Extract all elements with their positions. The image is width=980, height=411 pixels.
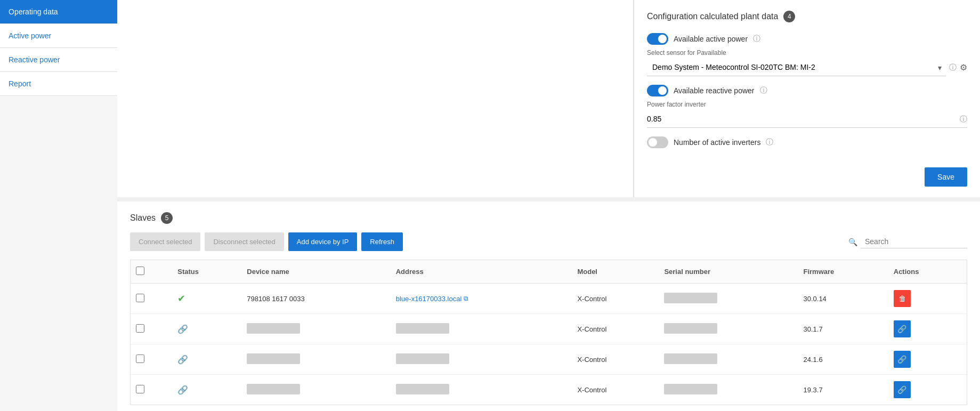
available-reactive-power-toggle[interactable] — [647, 85, 668, 96]
available-active-power-row: Available active power ⓘ Select sensor f… — [647, 33, 967, 76]
slaves-badge: 5 — [161, 212, 173, 224]
slaves-title: Slaves — [130, 213, 156, 223]
firmware-cell: 30.0.14 — [798, 284, 888, 314]
actions-cell: 🔗 — [888, 344, 967, 375]
col-serial-number: Serial number — [659, 260, 798, 284]
sensor-select[interactable]: Demo System - Meteocontrol SI-020TC BM: … — [647, 59, 946, 76]
table-header: Status Device name Address Model Serial … — [131, 260, 967, 284]
col-checkbox — [131, 260, 172, 284]
disconnect-selected-button[interactable]: Disconnect selected — [205, 232, 284, 251]
col-address: Address — [391, 260, 572, 284]
sidebar: Operating data Active power Reactive pow… — [0, 0, 117, 411]
connect-button[interactable]: 🔗 — [894, 320, 911, 337]
search-icon: 🔍 — [848, 238, 857, 246]
table-row: 🔗 X-Control 19.3.7 🔗 — [131, 375, 967, 405]
search-box: 🔍 — [848, 235, 967, 248]
available-active-power-info-icon[interactable]: ⓘ — [753, 34, 760, 44]
device-name-cell — [241, 344, 390, 375]
sensor-select-wrapper: Demo System - Meteocontrol SI-020TC BM: … — [647, 59, 946, 76]
model-cell: X-Control — [572, 344, 659, 375]
actions-cell: 🔗 — [888, 375, 967, 405]
col-device-name: Device name — [241, 260, 390, 284]
device-name-cell — [241, 375, 390, 405]
delete-button[interactable]: 🗑 — [894, 290, 911, 307]
col-firmware: Firmware — [798, 260, 888, 284]
search-input[interactable] — [861, 235, 967, 248]
actions-cell: 🔗 — [888, 314, 967, 344]
sidebar-item-active-power[interactable]: Active power — [0, 24, 117, 48]
slaves-section: Slaves 5 Connect selected Disconnect sel… — [117, 202, 980, 411]
firmware-cell: 24.1.6 — [798, 344, 888, 375]
number-of-active-inverters-toggle[interactable] — [647, 136, 668, 148]
serial-cell — [659, 375, 798, 405]
status-link-icon: 🔗 — [177, 385, 188, 394]
available-reactive-power-label: Available reactive power — [674, 86, 755, 95]
sidebar-item-report[interactable]: Report — [0, 72, 117, 96]
firmware-cell: 30.1.7 — [798, 314, 888, 344]
main-content: Configuration calculated plant data 4 Av… — [117, 0, 980, 411]
device-name-cell — [241, 314, 390, 344]
external-link-icon: ⧉ — [464, 295, 468, 302]
serial-cell — [659, 284, 798, 314]
model-cell: X-Control — [572, 314, 659, 344]
col-model: Model — [572, 260, 659, 284]
device-name-cell: 798108 1617 0033 — [241, 284, 390, 314]
connect-selected-button[interactable]: Connect selected — [130, 232, 200, 251]
address-cell — [391, 314, 572, 344]
address-link[interactable]: blue-x16170033.local ⧉ — [396, 295, 567, 303]
row-checkbox[interactable] — [136, 354, 144, 363]
config-header: Configuration calculated plant data 4 — [647, 11, 967, 22]
right-panel: Configuration calculated plant data 4 Av… — [634, 0, 980, 197]
power-factor-input[interactable] — [647, 110, 967, 128]
table-body: ✔ 798108 1617 0033 blue-x16170033.local … — [131, 284, 967, 405]
power-factor-info-icon[interactable]: ⓘ — [960, 115, 967, 124]
status-link-icon: 🔗 — [177, 355, 188, 364]
sensor-info-icon[interactable]: ⓘ — [949, 63, 957, 72]
connect-button[interactable]: 🔗 — [894, 381, 911, 398]
toolbar: Connect selected Disconnect selected Add… — [130, 232, 967, 251]
firmware-cell: 19.3.7 — [798, 375, 888, 405]
top-section: Configuration calculated plant data 4 Av… — [117, 0, 980, 197]
serial-cell — [659, 314, 798, 344]
table-row: 🔗 X-Control 24.1.6 🔗 — [131, 344, 967, 375]
row-checkbox[interactable] — [136, 385, 144, 393]
row-checkbox[interactable] — [136, 324, 144, 333]
available-active-power-toggle[interactable] — [647, 33, 668, 45]
sidebar-item-reactive-power[interactable]: Reactive power — [0, 48, 117, 72]
slaves-table-wrapper: Status Device name Address Model Serial … — [130, 260, 967, 405]
address-cell — [391, 344, 572, 375]
refresh-button[interactable]: Refresh — [361, 232, 403, 251]
slaves-table: Status Device name Address Model Serial … — [131, 260, 967, 405]
row-checkbox[interactable] — [136, 294, 144, 302]
slaves-header: Slaves 5 — [130, 212, 967, 224]
add-device-by-ip-button[interactable]: Add device by IP — [288, 232, 358, 251]
number-of-active-inverters-info-icon[interactable]: ⓘ — [766, 138, 773, 147]
available-reactive-power-row: Available reactive power ⓘ Power factor … — [647, 85, 967, 128]
power-factor-label: Power factor inverter — [647, 101, 967, 108]
actions-cell: 🗑 — [888, 284, 967, 314]
sidebar-item-operating-data[interactable]: Operating data — [0, 0, 117, 24]
model-cell: X-Control — [572, 284, 659, 314]
available-active-power-label: Available active power — [674, 35, 748, 43]
select-all-checkbox[interactable] — [136, 267, 144, 275]
left-panel — [117, 0, 634, 197]
config-title: Configuration calculated plant data — [647, 12, 778, 21]
number-of-active-inverters-row: Number of active inverters ⓘ — [647, 136, 967, 148]
number-of-active-inverters-label: Number of active inverters — [674, 138, 760, 147]
col-actions: Actions — [888, 260, 967, 284]
config-badge: 4 — [783, 11, 795, 22]
save-button[interactable]: Save — [925, 167, 967, 187]
table-row: 🔗 X-Control 30.1.7 🔗 — [131, 314, 967, 344]
model-cell: X-Control — [572, 375, 659, 405]
status-link-icon: 🔗 — [177, 325, 188, 334]
connect-button[interactable]: 🔗 — [894, 351, 911, 368]
sensor-sub-label: Select sensor for Pavailable — [647, 49, 967, 57]
sensor-gear-icon[interactable]: ⚙ — [960, 62, 967, 72]
status-ok-icon: ✔ — [177, 293, 185, 304]
serial-cell — [659, 344, 798, 375]
table-row: ✔ 798108 1617 0033 blue-x16170033.local … — [131, 284, 967, 314]
col-status: Status — [172, 260, 241, 284]
address-cell — [391, 375, 572, 405]
address-cell: blue-x16170033.local ⧉ — [391, 284, 572, 314]
available-reactive-power-info-icon[interactable]: ⓘ — [760, 86, 767, 95]
